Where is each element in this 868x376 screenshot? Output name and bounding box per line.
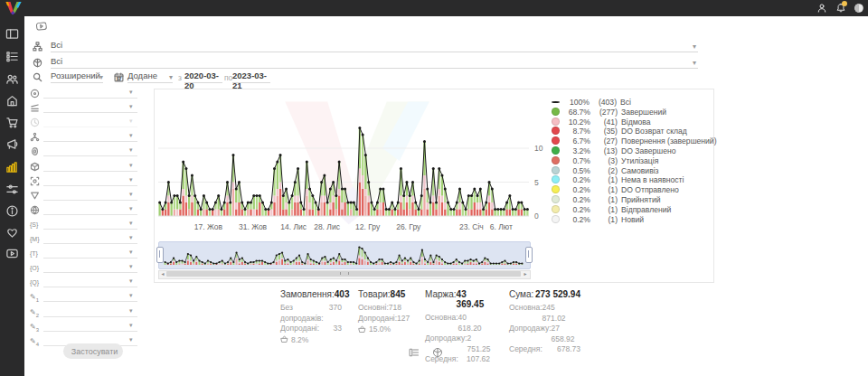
horizontal-scrollbar[interactable]: [158, 270, 531, 279]
stat-sub-value: 678.73: [557, 344, 580, 355]
rail-item-dashboard-icon[interactable]: [5, 27, 19, 41]
filter-dropdown-15[interactable]: [43, 290, 137, 302]
product-filter-field[interactable]: Всі ▾: [51, 56, 698, 69]
chevron-down-icon: ▾: [129, 176, 133, 183]
filter-dropdown-10[interactable]: [43, 218, 137, 230]
chevron-down-icon: ▾: [129, 89, 133, 96]
stat-title: Замовлення:: [280, 289, 335, 299]
legend-count: (403): [593, 98, 617, 107]
legend-item[interactable]: 10.2%(41)Відмова: [552, 118, 651, 127]
legend-item[interactable]: 100%(403)Всі: [552, 98, 631, 108]
filter-dropdown-2[interactable]: [43, 101, 137, 113]
category-filter-field[interactable]: Всі ▾: [51, 40, 698, 52]
brand-logo-icon[interactable]: [5, 1, 23, 15]
date-field-select[interactable]: Додане ▾: [127, 70, 173, 83]
package-view-icon[interactable]: [432, 347, 443, 358]
stat-percent: 8.2%: [291, 334, 308, 345]
svg-text:17: 17: [117, 77, 122, 81]
rail-item-partners-icon[interactable]: [5, 226, 19, 240]
search-icon[interactable]: [33, 72, 43, 83]
filter-dropdown-14[interactable]: [43, 276, 137, 287]
filter-dropdown-9[interactable]: [43, 203, 137, 215]
navigator-handle-left[interactable]: [156, 247, 164, 263]
stat-sub-value: 127: [397, 314, 410, 324]
scroll-left-arrow[interactable]: ◂: [159, 270, 166, 277]
x-tick: 17. Жов: [194, 222, 222, 231]
filter-dropdown-6[interactable]: [43, 160, 137, 172]
rail-item-store-icon[interactable]: [5, 94, 19, 108]
navigator-handle-right[interactable]: [525, 247, 533, 263]
rail-item-settings-icon[interactable]: [5, 183, 19, 196]
rail-item-video-icon[interactable]: [5, 247, 19, 260]
legend-item[interactable]: 6.7%(27)Повернення (завершений): [552, 136, 717, 146]
legend-dot-marker: [552, 215, 560, 223]
filter-dropdown-3[interactable]: [43, 116, 137, 127]
legend-item[interactable]: 0.2%(1)DO Отправлено: [552, 185, 679, 195]
legend-percent: 0.5%: [563, 166, 590, 175]
filter-dropdown-7[interactable]: [43, 174, 137, 186]
legend-item[interactable]: 0.2%(1)Новий: [552, 215, 644, 225]
stat-value: 273 529.94: [535, 289, 580, 299]
brace-filter-icon: {M}: [30, 234, 40, 244]
x-tick: 23. Січ: [459, 222, 484, 231]
apply-button[interactable]: Застосувати: [63, 343, 123, 359]
category-filter-icon: [33, 42, 43, 52]
user-icon[interactable]: [816, 3, 827, 14]
legend-item[interactable]: 0.2%(1)Нема в наявності: [552, 175, 684, 185]
legend-item[interactable]: 0.7%(3)Утилізація: [552, 156, 658, 166]
scrollbar-thumb[interactable]: [166, 271, 521, 277]
calendar-icon: 17: [114, 72, 125, 83]
stat-column: Замовлення:403Без допродажів:370Допродан…: [280, 289, 342, 345]
scroll-right-arrow[interactable]: ▸: [522, 270, 529, 277]
legend-label: Всі: [620, 98, 631, 107]
date-from-input[interactable]: 2020-03-20: [184, 70, 222, 83]
legend-item[interactable]: 0.2%(1)Відправлений: [552, 205, 671, 215]
legend-item[interactable]: 0.2%(1)Прийнятий: [552, 195, 661, 205]
legend-dot-marker: [552, 118, 560, 126]
chevron-down-icon: ▾: [129, 205, 133, 212]
rail-item-marketing-icon[interactable]: [5, 137, 19, 151]
stat-sub-value: 40 618.20: [458, 313, 490, 334]
rail-item-cart-icon[interactable]: [5, 116, 19, 129]
filter-dropdown-17[interactable]: [43, 320, 137, 332]
filter-dropdown-16[interactable]: [43, 306, 137, 317]
legend-item[interactable]: 68.7%(277)Завершений: [552, 108, 666, 118]
legend-percent: 0.7%: [563, 156, 590, 165]
filter-dropdown-12[interactable]: [43, 247, 137, 258]
legend-dot-marker: [552, 195, 560, 203]
legend-label: Завершений: [621, 108, 666, 117]
list-view-icon[interactable]: [409, 347, 420, 358]
legend-count: (1): [594, 205, 618, 214]
rail-item-customers-icon[interactable]: [5, 72, 19, 86]
stat-sub-value: 2 751.25: [467, 334, 491, 354]
filter-dropdown-5[interactable]: [43, 145, 137, 156]
pencil-filter-icon: ✎3: [30, 322, 40, 332]
chevron-down-icon: ▾: [129, 220, 133, 227]
legend-dot-marker: [552, 108, 560, 116]
filter-dropdown-8[interactable]: [43, 189, 137, 201]
search-mode-select[interactable]: Розширений ▾: [51, 70, 103, 83]
filter-dropdown-4[interactable]: [43, 130, 137, 142]
chevron-down-icon: ▾: [129, 277, 133, 285]
date-to-input[interactable]: 2023-03-21: [232, 70, 270, 83]
legend-item[interactable]: 0.5%(2)Самовивіз: [552, 166, 659, 176]
filter-dropdown-11[interactable]: [43, 232, 137, 244]
legend-dot-marker: [552, 127, 560, 135]
notification-badge: [842, 1, 847, 6]
stat-value: 403: [335, 289, 350, 299]
legend-percent: 0.2%: [563, 215, 590, 224]
legend-count: (2): [594, 166, 618, 175]
rail-item-orders-icon[interactable]: [5, 50, 19, 63]
rail-item-analytics-icon[interactable]: [5, 160, 19, 174]
rail-item-info-icon[interactable]: [5, 204, 19, 218]
legend-label: Відправлений: [621, 205, 671, 214]
filter-dropdown-13[interactable]: [43, 261, 137, 273]
orders-chart[interactable]: [158, 93, 529, 218]
video-tutorial-icon[interactable]: [35, 20, 54, 34]
brace-filter-icon: {S}: [30, 220, 40, 230]
legend-item[interactable]: 8.7%(35)DO Возврат склад: [552, 127, 687, 136]
filter-dropdown-1[interactable]: [43, 87, 137, 99]
bell-icon[interactable]: [835, 3, 846, 14]
avatar-icon[interactable]: [854, 3, 864, 14]
legend-item[interactable]: 3.2%(13)DO Завершено: [552, 146, 675, 156]
